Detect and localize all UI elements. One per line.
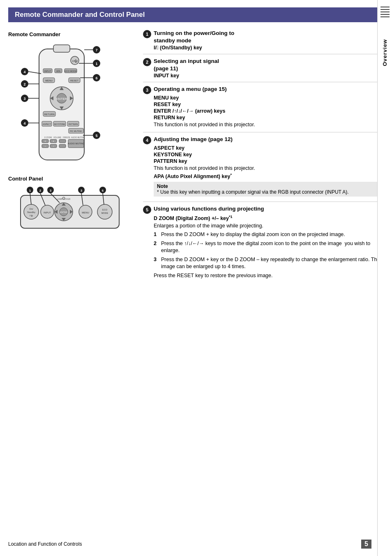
item-4: 4 Adjusting the image (page 12) ASPECT k… — [143, 132, 384, 202]
item-5-after-steps: Press the RESET key to restore the previ… — [154, 272, 384, 280]
item-4-sub1: ASPECT key — [154, 145, 384, 151]
item-2-sub: INPUT key — [154, 73, 384, 79]
item-5-subsection-title: D ZOOM (Digital Zoom) +/– key*1 — [154, 215, 384, 221]
item-3-sub4: RETURN key — [154, 115, 384, 120]
svg-text:ASPECT: ASPECT — [43, 123, 51, 125]
item-3-num: 3 — [143, 86, 151, 94]
svg-text:FREEZE: FREEZE — [63, 137, 70, 139]
sidebar-decoration — [379, 5, 391, 25]
item-5: 5 Using various functions during project… — [143, 202, 384, 283]
item-4-apa: APA (Auto Pixel Alignment) key* — [154, 173, 384, 179]
step-3: 3 Press the D ZOOM + key or the D ZOOM –… — [154, 256, 384, 271]
remote-svg: I/⏻ INPUT APA ECO MODE MENU RESET — [16, 41, 107, 168]
svg-text:+: + — [44, 140, 46, 143]
svg-rect-44 — [59, 144, 66, 148]
svg-text:1: 1 — [29, 189, 31, 192]
step-1-text: Press the D ZOOM + key to display the di… — [161, 231, 345, 239]
svg-text:ECO MODE: ECO MODE — [65, 70, 77, 72]
svg-text:3: 3 — [50, 189, 52, 192]
item-3-title: Operating a menu (page 15) — [154, 86, 227, 93]
svg-text:3: 3 — [23, 97, 25, 101]
svg-text:On/: On/ — [30, 208, 33, 210]
svg-text:5: 5 — [95, 134, 97, 138]
svg-text:VOLUME: VOLUME — [53, 137, 61, 139]
control-panel-svg: On/ Standby I/⏻ INPUT ENTER LAMP/COVER — [16, 185, 123, 234]
item-5-title: Using various functions during projectin… — [154, 205, 264, 213]
right-column: 1 Turning on the power/Going tostandby m… — [136, 26, 384, 283]
svg-text:−: − — [53, 145, 54, 148]
left-column: Remote Commander I/⏻ INPUT APA — [8, 26, 136, 283]
item-5-subsection-body: Enlarges a portion of the image while pr… — [154, 222, 384, 230]
svg-text:MENU: MENU — [45, 79, 53, 82]
svg-text:ECO: ECO — [102, 208, 108, 211]
item-2-title: Selecting an input signal(page 11) — [154, 58, 219, 72]
item-5-num: 5 — [143, 206, 151, 214]
svg-text:INPUT: INPUT — [44, 70, 51, 72]
svg-text:4: 4 — [23, 121, 25, 125]
item-3-sub1: MENU key — [154, 95, 384, 101]
svg-rect-43 — [59, 139, 66, 143]
svg-text:6: 6 — [95, 76, 97, 80]
svg-text:AUDIO MUTING: AUDIO MUTING — [71, 137, 85, 139]
svg-text:PATTERN: PATTERN — [69, 123, 78, 125]
step-3-num: 3 — [154, 256, 159, 264]
item-1-num: 1 — [143, 30, 151, 38]
remote-diagram: I/⏻ INPUT APA ECO MODE MENU RESET — [8, 41, 131, 168]
item-1-title: Turning on the power/Going tostandby mod… — [154, 30, 234, 44]
item-3: 3 Operating a menu (page 15) MENU key RE… — [143, 82, 384, 132]
item-1: 1 Turning on the power/Going tostandby m… — [143, 26, 384, 54]
item-5-steps: 1 Press the D ZOOM + key to display the … — [154, 231, 384, 271]
svg-text:ENTER: ENTER — [60, 211, 68, 213]
item-4-sub2: KEYSTONE key — [154, 152, 384, 158]
step-2-num: 2 — [154, 240, 159, 248]
item-2: 2 Selecting an input signal(page 11) INP… — [143, 54, 384, 82]
svg-text:APA: APA — [56, 70, 61, 72]
svg-text:3: 3 — [81, 189, 83, 192]
item-4-num: 4 — [143, 136, 151, 144]
step-2-text: Press the ↑/↓/←/→ keys to move the digit… — [161, 240, 384, 255]
control-panel-title: Control Panel — [8, 176, 131, 182]
control-panel-diagram: On/ Standby I/⏻ INPUT ENTER LAMP/COVER — [8, 185, 131, 234]
svg-text:RESET: RESET — [70, 79, 78, 82]
step-2: 2 Press the ↑/↓/←/→ keys to move the dig… — [154, 240, 384, 255]
svg-text:1: 1 — [95, 62, 97, 66]
item-3-body: This function is not provided in this pr… — [154, 121, 384, 129]
svg-text:KEYSTONE: KEYSTONE — [54, 123, 65, 125]
svg-text:6: 6 — [102, 189, 104, 192]
item-2-num: 2 — [143, 58, 151, 66]
page-header-title: Remote Commander and Control Panel — [8, 7, 384, 22]
svg-text:+: + — [53, 140, 54, 143]
item-3-sub3: ENTER /↑/↓/←/→ (arrow) keys — [154, 108, 384, 114]
svg-rect-1 — [53, 45, 70, 52]
svg-text:PIC MUTING: PIC MUTING — [70, 130, 82, 132]
svg-text:2: 2 — [23, 82, 25, 86]
item-1-sub: I/𣀕 (On/Standby) key — [154, 45, 384, 51]
step-1: 1 Press the D ZOOM + key to display the … — [154, 231, 384, 239]
svg-text:−: − — [44, 145, 46, 148]
svg-text:AUDIO MUTING: AUDIO MUTING — [68, 142, 85, 145]
svg-text:I/⏻: I/⏻ — [30, 214, 33, 217]
svg-text:2: 2 — [39, 189, 42, 192]
right-sidebar: Overview — [377, 0, 392, 556]
svg-text:4: 4 — [23, 70, 25, 74]
item-4-title: Adjusting the image (page 12) — [154, 136, 233, 143]
step-3-text: Press the D ZOOM + key or the D ZOOM – k… — [161, 256, 384, 271]
page-number: 5 — [361, 540, 371, 549]
remote-commander-title: Remote Commander — [8, 31, 131, 37]
svg-text:7: 7 — [95, 48, 97, 52]
item-4-sub3: PATTERN key — [154, 158, 384, 164]
svg-text:MENU: MENU — [82, 211, 89, 214]
footer-text: Location and Function of Controls — [8, 541, 82, 547]
item-4-body: This function is not provided in this pr… — [154, 165, 384, 172]
svg-text:RETURN: RETURN — [44, 113, 55, 116]
item-4-note: Note * Use this key when inputting a com… — [154, 182, 384, 197]
svg-text:ENTER: ENTER — [56, 97, 67, 101]
note-body: * Use this key when inputting a computer… — [157, 189, 349, 195]
svg-text:Standby: Standby — [27, 211, 35, 213]
svg-text:D ZOOM: D ZOOM — [44, 137, 52, 139]
svg-point-86 — [62, 197, 65, 199]
sidebar-label: Overview — [382, 39, 388, 66]
item-3-sub2: RESET key — [154, 102, 384, 107]
svg-text:I/⏻: I/⏻ — [72, 59, 78, 63]
sidebar-lines — [379, 5, 391, 27]
